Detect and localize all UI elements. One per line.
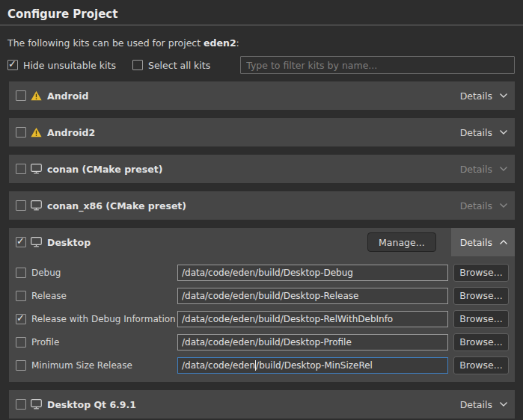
kit-section-desktop: Desktop Manage... Details Debug Browse..…: [9, 228, 515, 382]
kit-checkbox[interactable]: [16, 237, 26, 247]
kit-name: conan_x86 (CMake preset): [47, 200, 186, 211]
build-directory-input-focused[interactable]: /data/code/eden/build/Desktop-MinSizeRel: [177, 357, 448, 374]
config-label: Release: [31, 291, 67, 301]
select-all-kits-checkbox[interactable]: [132, 60, 143, 70]
chevron-down-icon: [499, 93, 508, 99]
path-text-before-caret: /data/code/eden: [182, 360, 255, 371]
kit-row-android: Android Details: [9, 81, 515, 110]
filter-bar: Hide unsuitable kits Select all kits: [7, 56, 515, 74]
path-text-after-caret: /build/Desktop-MinSizeRel: [256, 360, 373, 371]
desktop-monitor-icon: [31, 237, 42, 247]
details-label: Details: [460, 200, 492, 211]
chevron-up-icon: [499, 239, 508, 245]
config-checkbox[interactable]: [16, 291, 26, 301]
build-config-row-minsizerel: Minimum Size Release /data/code/eden/bui…: [9, 353, 515, 377]
kit-list: Android Details Android2 Details: [9, 81, 515, 419]
kit-row-android2: Android2 Details: [9, 118, 515, 146]
chevron-down-icon: [499, 203, 508, 209]
browse-button[interactable]: Browse...: [453, 264, 509, 282]
config-checkbox[interactable]: [16, 268, 26, 278]
kit-row-desktop-qt: Desktop Qt 6.9.1 Details: [9, 390, 515, 419]
project-name: eden2: [204, 37, 236, 49]
build-directory-input[interactable]: [177, 334, 448, 350]
hide-unsuitable-kits-label: Hide unsuitable kits: [23, 60, 116, 71]
kit-checkbox[interactable]: [16, 200, 26, 211]
kit-filter-input[interactable]: [240, 56, 515, 74]
kit-name: Android2: [47, 127, 95, 138]
intro-text: The following kits can be used for proje…: [7, 37, 523, 49]
kit-name: conan (CMake preset): [47, 164, 162, 175]
details-toggle[interactable]: Details: [451, 191, 515, 220]
kit-checkbox[interactable]: [16, 127, 26, 138]
build-config-row-debug: Debug Browse...: [9, 261, 515, 284]
manage-kits-button[interactable]: Manage...: [367, 232, 436, 252]
kit-name: Desktop Qt 6.9.1: [47, 399, 136, 410]
details-label: Details: [460, 237, 492, 248]
details-toggle[interactable]: Details: [451, 118, 515, 146]
config-label: Minimum Size Release: [31, 360, 132, 371]
browse-button[interactable]: Browse...: [453, 356, 509, 374]
select-all-kits-label: Select all kits: [148, 60, 210, 71]
build-directory-input[interactable]: [177, 288, 448, 304]
page-title: Configure Project: [0, 0, 523, 21]
hide-unsuitable-kits-checkbox[interactable]: [7, 60, 18, 70]
chevron-down-icon: [499, 401, 508, 407]
intro-suffix: :: [236, 37, 239, 49]
kit-row-conan-x86: conan_x86 (CMake preset) Details: [9, 191, 515, 220]
details-toggle[interactable]: Details: [451, 228, 515, 256]
build-config-row-release: Release Browse...: [9, 284, 515, 307]
desktop-monitor-icon: [31, 399, 42, 410]
build-directory-input[interactable]: [177, 265, 448, 281]
kit-name: Desktop: [47, 237, 91, 248]
chevron-down-icon: [499, 129, 508, 135]
browse-button[interactable]: Browse...: [453, 287, 509, 305]
config-checkbox[interactable]: [16, 314, 26, 324]
warning-icon: [31, 90, 42, 101]
select-all-kits-checkbox-group[interactable]: Select all kits: [132, 60, 210, 71]
details-label: Details: [460, 399, 492, 410]
configure-project-page: Configure Project The following kits can…: [0, 0, 523, 420]
details-label: Details: [460, 164, 492, 175]
intro-prefix: The following kits can be used for proje…: [7, 37, 204, 49]
config-label: Debug: [31, 268, 61, 278]
browse-button[interactable]: Browse...: [453, 310, 509, 328]
kit-name: Android: [47, 90, 89, 102]
kit-row-conan: conan (CMake preset) Details: [9, 155, 515, 183]
details-toggle[interactable]: Details: [451, 155, 515, 183]
desktop-monitor-icon: [31, 164, 42, 174]
config-label: Release with Debug Information: [31, 314, 176, 324]
build-config-list: Debug Browse... Release Browse... Releas…: [9, 256, 515, 382]
title-divider: [0, 25, 523, 25]
kit-checkbox[interactable]: [16, 90, 26, 101]
kit-checkbox[interactable]: [16, 399, 26, 410]
kit-row-desktop: Desktop Manage... Details: [9, 228, 515, 256]
warning-icon: [31, 127, 42, 138]
config-checkbox[interactable]: [16, 337, 26, 348]
hide-unsuitable-kits-checkbox-group[interactable]: Hide unsuitable kits: [7, 60, 116, 71]
details-toggle[interactable]: Details: [451, 390, 515, 419]
details-label: Details: [460, 90, 492, 102]
build-config-row-profile: Profile Browse...: [9, 330, 515, 353]
desktop-monitor-icon: [31, 200, 42, 211]
build-config-row-relwithdebinfo: Release with Debug Information Browse...: [9, 307, 515, 330]
build-directory-input[interactable]: [177, 311, 448, 327]
config-checkbox[interactable]: [16, 360, 26, 371]
kit-checkbox[interactable]: [16, 164, 26, 174]
chevron-down-icon: [499, 166, 508, 172]
browse-button[interactable]: Browse...: [453, 333, 509, 351]
config-label: Profile: [31, 337, 59, 348]
details-label: Details: [460, 127, 492, 138]
details-toggle[interactable]: Details: [451, 81, 515, 110]
